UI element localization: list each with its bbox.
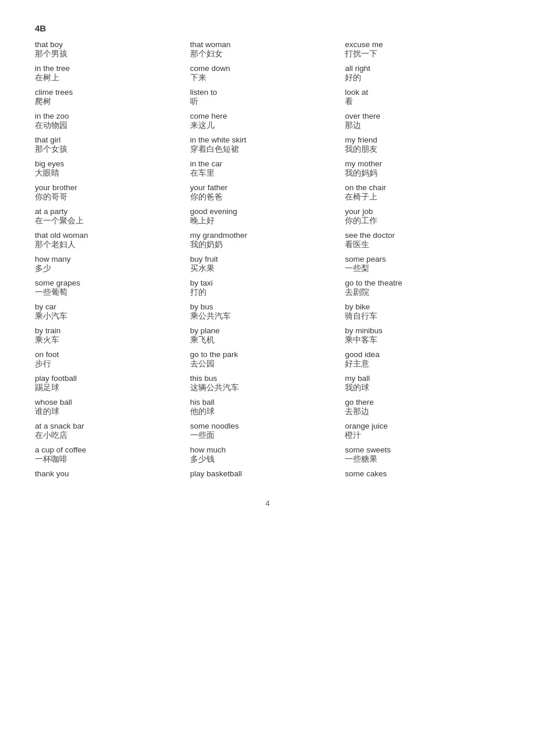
chinese-term: 一些梨 <box>345 263 500 274</box>
chinese-term: 多少钱 <box>190 454 345 465</box>
english-term: your job <box>345 207 500 216</box>
list-item: by taxi打的 <box>190 277 345 301</box>
list-item: go to the park去公园 <box>190 349 345 373</box>
english-term: excuse me <box>345 40 500 49</box>
list-item: thank you <box>35 468 190 482</box>
list-item: by plane乘飞机 <box>190 325 345 349</box>
chinese-term: 你的工作 <box>345 216 500 226</box>
chinese-term: 我的朋友 <box>345 144 500 155</box>
english-term: on the chair <box>345 183 500 192</box>
list-item: your job你的工作 <box>345 206 500 230</box>
chinese-term: 在树上 <box>35 73 190 83</box>
english-term: good evening <box>190 207 345 216</box>
chinese-term: 打扰一下 <box>345 49 500 59</box>
english-term: some pears <box>345 255 500 263</box>
chinese-term: 买水果 <box>190 263 345 274</box>
english-term: in the zoo <box>35 112 190 120</box>
english-term: by minibus <box>345 326 500 335</box>
english-term: see the doctor <box>345 231 500 240</box>
chinese-term: 我的球 <box>345 383 500 393</box>
list-item: my friend我的朋友 <box>345 134 500 158</box>
list-item: whose ball谁的球 <box>35 397 190 420</box>
english-term: by plane <box>190 326 345 335</box>
list-item: my grandmother我的奶奶 <box>190 230 345 254</box>
list-item: buy fruit买水果 <box>190 254 345 277</box>
list-item: some pears一些梨 <box>345 254 500 277</box>
chinese-term: 穿着白色短裙 <box>190 144 345 155</box>
list-item: at a party在一个聚会上 <box>35 206 190 230</box>
list-item: in the car在车里 <box>190 158 345 182</box>
chinese-term: 谁的球 <box>35 406 190 417</box>
english-term: buy fruit <box>190 255 345 263</box>
english-term: come down <box>190 64 345 73</box>
list-item: that boy那个男孩 <box>35 39 190 63</box>
list-item: by minibus乘中客车 <box>345 325 500 349</box>
english-term: my ball <box>345 374 500 383</box>
english-term: in the white skirt <box>190 135 345 144</box>
list-item: in the zoo在动物园 <box>35 110 190 134</box>
chinese-term: 在小吃店 <box>35 430 190 441</box>
chinese-term: 我的妈妈 <box>345 168 500 179</box>
list-item: in the white skirt穿着白色短裙 <box>190 134 345 158</box>
english-term: whose ball <box>35 398 190 406</box>
list-item: that woman那个妇女 <box>190 39 345 63</box>
english-term: by car <box>35 302 190 311</box>
english-term: my mother <box>345 159 500 168</box>
chinese-term: 去公园 <box>190 359 345 369</box>
english-term: clime trees <box>35 88 190 97</box>
chinese-term: 一些面 <box>190 430 345 441</box>
english-term: his ball <box>190 398 345 406</box>
page-title: 4B <box>35 23 500 33</box>
chinese-term: 骑自行车 <box>345 311 500 322</box>
english-term: that old woman <box>35 231 190 240</box>
list-item: go to the theatre去剧院 <box>345 277 500 301</box>
list-item: play basketball <box>190 468 345 482</box>
chinese-term: 乘火车 <box>35 335 190 345</box>
list-item: excuse me打扰一下 <box>345 39 500 63</box>
list-item: how many多少 <box>35 254 190 277</box>
list-item: on the chair在椅子上 <box>345 182 500 206</box>
list-item: by bike骑自行车 <box>345 301 500 325</box>
chinese-term: 一些葡萄 <box>35 287 190 298</box>
list-item: big eyes大眼睛 <box>35 158 190 182</box>
english-term: some noodles <box>190 422 345 430</box>
page-number: 4 <box>35 499 500 508</box>
english-term: big eyes <box>35 159 190 168</box>
chinese-term: 那个女孩 <box>35 144 190 155</box>
chinese-term: 你的爸爸 <box>190 192 345 202</box>
list-item: look at看 <box>345 87 500 110</box>
chinese-term: 你的哥哥 <box>35 192 190 202</box>
english-term: your brother <box>35 183 190 192</box>
chinese-term: 乘飞机 <box>190 335 345 345</box>
english-term: by bus <box>190 302 345 311</box>
chinese-term: 那个男孩 <box>35 49 190 59</box>
chinese-term: 下来 <box>190 73 345 83</box>
list-item: a cup of coffee一杯咖啡 <box>35 444 190 468</box>
english-term: that boy <box>35 40 190 49</box>
chinese-term: 在车里 <box>190 168 345 179</box>
chinese-term: 在动物园 <box>35 120 190 131</box>
list-item: by train乘火车 <box>35 325 190 349</box>
chinese-term: 乘小汽车 <box>35 311 190 322</box>
english-term: by taxi <box>190 279 345 287</box>
english-term: go there <box>345 398 500 406</box>
chinese-term: 橙汁 <box>345 430 500 441</box>
list-item: some grapes一些葡萄 <box>35 277 190 301</box>
list-item: good evening晚上好 <box>190 206 345 230</box>
chinese-term: 大眼睛 <box>35 168 190 179</box>
english-term: by train <box>35 326 190 335</box>
english-term: how much <box>190 445 345 454</box>
list-item: clime trees爬树 <box>35 87 190 110</box>
chinese-term: 在一个聚会上 <box>35 216 190 226</box>
english-term: my grandmother <box>190 231 345 240</box>
list-item: play football踢足球 <box>35 373 190 397</box>
list-item: some sweets一些糖果 <box>345 444 500 468</box>
chinese-term: 好主意 <box>345 359 500 369</box>
list-item: some cakes <box>345 468 500 482</box>
english-term: good idea <box>345 350 500 359</box>
vocab-grid: that boy那个男孩that woman那个妇女excuse me打扰一下i… <box>35 39 500 482</box>
list-item: listen to听 <box>190 87 345 110</box>
english-term: how many <box>35 255 190 263</box>
english-term: my friend <box>345 135 500 144</box>
english-term: look at <box>345 88 500 97</box>
